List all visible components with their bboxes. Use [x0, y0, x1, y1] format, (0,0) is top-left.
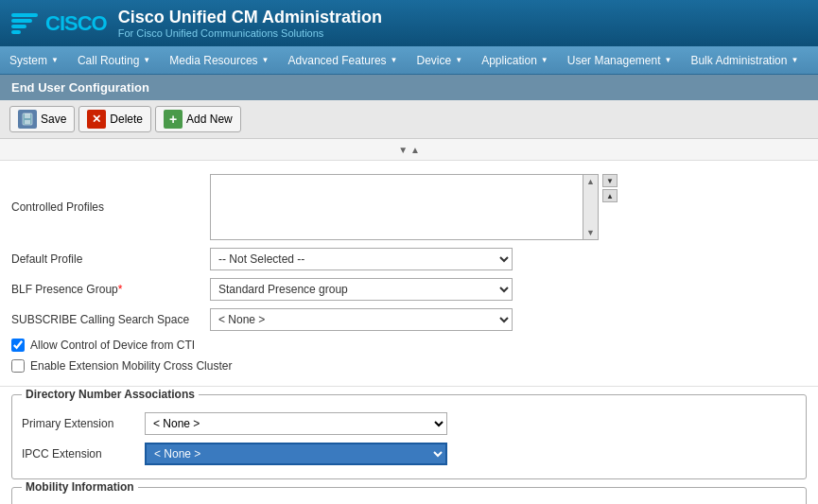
- scroll-down-icon[interactable]: ▼ ▲: [398, 145, 420, 155]
- nav-application-label: Application: [481, 54, 537, 67]
- nav-device[interactable]: Device ▼: [408, 46, 473, 74]
- nav-user-management-arrow: ▼: [664, 56, 671, 64]
- blf-presence-row: BLF Presence Group* Standard Presence gr…: [11, 274, 807, 304]
- profiles-scrollbar: ▲ ▼: [583, 174, 599, 240]
- enable-emcc-label: Enable Extension Mobility Cross Cluster: [30, 359, 232, 373]
- cisco-logo: CISCO: [11, 11, 107, 36]
- nav-bulk-admin[interactable]: Bulk Administration ▼: [681, 46, 808, 74]
- nav-application-arrow: ▼: [541, 56, 548, 64]
- cisco-text: CISCO: [45, 11, 107, 36]
- app-header: CISCO Cisco Unified CM Administration Fo…: [0, 0, 818, 46]
- delete-icon: ✕: [87, 110, 106, 129]
- save-button[interactable]: Save: [9, 106, 75, 132]
- nav-call-routing-label: Call Routing: [78, 54, 139, 67]
- nav-system[interactable]: System ▼: [0, 46, 68, 74]
- add-new-label: Add New: [186, 113, 233, 126]
- profile-side-controls: ▼ ▲: [602, 174, 618, 202]
- mobility-title: Mobility Information: [22, 480, 138, 494]
- nav-media-resources-label: Media Resources: [169, 54, 257, 67]
- form-section: Controlled Profiles ▲ ▼ ▼ ▲ Default Prof…: [0, 161, 818, 387]
- nav-system-arrow: ▼: [51, 56, 59, 64]
- app-subtitle: For Cisco Unified Communications Solutio…: [118, 27, 382, 39]
- enable-emcc-checkbox[interactable]: [11, 359, 25, 373]
- nav-user-management-label: User Management: [567, 54, 661, 67]
- svg-rect-1: [25, 113, 30, 118]
- nav-bulk-admin-label: Bulk Administration: [690, 54, 787, 67]
- app-title: Cisco Unified CM Administration: [118, 8, 382, 27]
- profile-move-up[interactable]: ▲: [602, 189, 618, 202]
- toolbar: Save ✕ Delete + Add New: [0, 100, 818, 139]
- blf-presence-control: Standard Presence group: [210, 278, 807, 301]
- navbar: System ▼ Call Routing ▼ Media Resources …: [0, 46, 818, 75]
- cisco-bar-2: [11, 19, 32, 23]
- allow-cti-label: Allow Control of Device from CTI: [30, 339, 195, 352]
- page-title: End User Configuration: [11, 80, 149, 95]
- save-icon: [18, 110, 37, 129]
- nav-advanced-features[interactable]: Advanced Features ▼: [279, 46, 408, 74]
- allow-cti-row: Allow Control of Device from CTI: [11, 335, 807, 356]
- nav-help[interactable]: Help ▼: [808, 46, 818, 74]
- cisco-bar-3: [11, 25, 26, 28]
- nav-advanced-features-arrow: ▼: [391, 56, 398, 64]
- subscribe-css-select[interactable]: < None >: [210, 308, 513, 331]
- subscribe-css-label: SUBSCRIBE Calling Search Space: [11, 313, 210, 326]
- subscribe-css-row: SUBSCRIBE Calling Search Space < None >: [11, 304, 807, 335]
- directory-number-section: Directory Number Associations Primary Ex…: [11, 394, 807, 479]
- controlled-profiles-label: Controlled Profiles: [11, 200, 210, 214]
- ipcc-extension-select[interactable]: < None >: [145, 443, 447, 465]
- blf-presence-select[interactable]: Standard Presence group: [210, 278, 513, 301]
- profiles-container: ▲ ▼ ▼ ▲: [210, 174, 807, 240]
- cisco-bars-icon: [11, 13, 38, 34]
- nav-application[interactable]: Application ▼: [472, 46, 558, 74]
- save-label: Save: [41, 113, 66, 126]
- mobility-section: Mobility Information Enable Mobility Ena…: [11, 487, 807, 504]
- nav-system-label: System: [9, 54, 47, 67]
- nav-call-routing[interactable]: Call Routing ▼: [68, 46, 160, 74]
- cisco-bar-1: [11, 13, 38, 17]
- profile-move-down[interactable]: ▼: [602, 174, 618, 187]
- primary-extension-label: Primary Extension: [22, 417, 145, 430]
- nav-user-management[interactable]: User Management ▼: [558, 46, 682, 74]
- nav-media-resources-arrow: ▼: [262, 56, 270, 64]
- controlled-profiles-control: ▲ ▼ ▼ ▲: [210, 174, 807, 240]
- ipcc-extension-label: IPCC Extension: [22, 447, 145, 461]
- scrollbar-down[interactable]: ▼: [586, 228, 595, 237]
- header-text: Cisco Unified CM Administration For Cisc…: [118, 8, 382, 39]
- scroll-arrows: ▼ ▲: [0, 139, 818, 161]
- subscribe-css-control: < None >: [210, 308, 807, 331]
- nav-device-label: Device: [417, 54, 452, 67]
- delete-label: Delete: [110, 113, 143, 126]
- ipcc-extension-row: IPCC Extension < None >: [22, 439, 796, 469]
- nav-media-resources[interactable]: Media Resources ▼: [160, 46, 278, 74]
- content-area: ▼ ▲ Controlled Profiles ▲ ▼ ▼ ▲: [0, 139, 818, 504]
- primary-extension-row: Primary Extension < None >: [22, 408, 796, 439]
- primary-extension-select[interactable]: < None >: [145, 412, 447, 435]
- allow-cti-checkbox[interactable]: [11, 339, 25, 352]
- nav-device-arrow: ▼: [455, 56, 462, 64]
- nav-call-routing-arrow: ▼: [143, 56, 150, 64]
- default-profile-label: Default Profile: [11, 252, 210, 266]
- directory-number-title: Directory Number Associations: [22, 388, 199, 401]
- nav-bulk-admin-arrow: ▼: [791, 56, 798, 64]
- extension-mobility-row: Enable Extension Mobility Cross Cluster: [11, 356, 807, 376]
- blf-required-asterisk: *: [118, 283, 123, 296]
- directory-number-content: Primary Extension < None > IPCC Extensio…: [22, 408, 796, 469]
- default-profile-row: Default Profile -- Not Selected --: [11, 244, 807, 274]
- add-new-button[interactable]: + Add New: [155, 106, 241, 132]
- blf-presence-label: BLF Presence Group*: [11, 283, 210, 296]
- scrollbar-up[interactable]: ▲: [586, 177, 595, 186]
- default-profile-select[interactable]: -- Not Selected --: [210, 248, 513, 270]
- add-icon: +: [164, 110, 183, 129]
- cisco-bar-4: [11, 30, 21, 34]
- delete-button[interactable]: ✕ Delete: [78, 106, 151, 132]
- default-profile-control: -- Not Selected --: [210, 248, 807, 270]
- nav-advanced-features-label: Advanced Features: [288, 54, 387, 67]
- page-title-bar: End User Configuration: [0, 75, 818, 100]
- controlled-profiles-row: Controlled Profiles ▲ ▼ ▼ ▲: [11, 170, 807, 244]
- svg-rect-2: [25, 120, 30, 124]
- controlled-profiles-textarea[interactable]: [210, 174, 583, 240]
